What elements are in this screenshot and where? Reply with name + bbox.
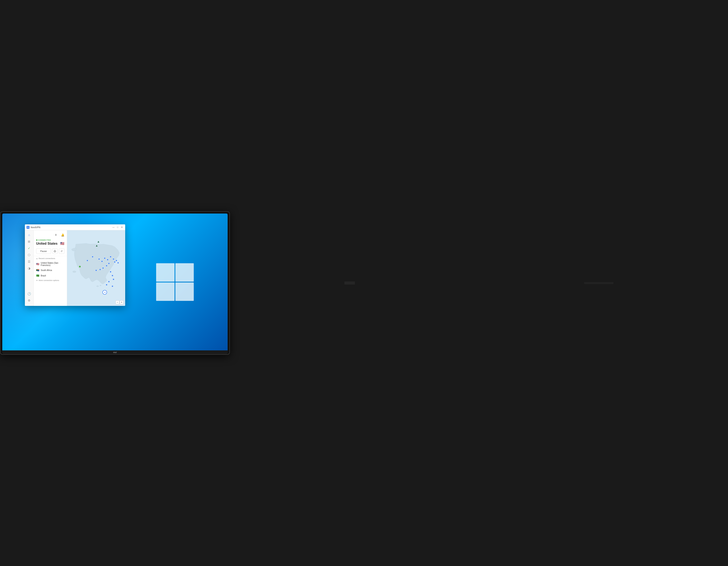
sidebar-settings-icon[interactable]: ⚙ xyxy=(26,297,32,303)
win-quad-tr xyxy=(175,263,194,282)
title-bar: N NordVPN — □ ✕ xyxy=(25,225,125,230)
map-dot-20 xyxy=(108,281,110,283)
map-dot-2 xyxy=(92,256,93,258)
map-dot-15 xyxy=(99,269,101,271)
svg-point-2 xyxy=(96,285,99,287)
br-label: Brazil xyxy=(41,275,46,277)
connected-dot-map xyxy=(79,266,81,268)
pause-section: Pause ⏻ ↺ xyxy=(34,247,67,256)
country-name: United States 🇺🇸 xyxy=(36,242,64,246)
main-panel: ⬆ 🔔 CONNECTED United States 🇺🇸 xyxy=(34,230,67,306)
sidebar-clock-icon[interactable]: 🕐 xyxy=(26,291,32,297)
map-dot-10 xyxy=(116,260,117,262)
svg-point-3 xyxy=(100,285,101,286)
recent-item-br[interactable]: 🇧🇷 Brazil xyxy=(34,273,67,278)
sidebar-meshnet-icon[interactable]: ⬡ xyxy=(26,252,32,258)
map-dot-7 xyxy=(110,256,111,258)
more-chevron-icon: ▼ xyxy=(36,280,38,282)
sidebar-bottom: 🕐 ⚙ xyxy=(26,291,32,304)
recent-connections-title: ▲ Recent connections xyxy=(34,258,67,261)
connected-label: CONNECTED xyxy=(36,239,64,241)
monitor-screen: N NordVPN — □ ✕ ⌂ ⊞ ✓ ⬡ ☰ ◑ xyxy=(2,214,228,350)
map-svg xyxy=(67,230,125,306)
win-quad-bl xyxy=(156,283,175,301)
recent-item-us[interactable]: 🇺🇸 United States (San Francisco) xyxy=(34,261,67,268)
sidebar: ⌂ ⊞ ✓ ⬡ ☰ ◑ 🕐 ⚙ xyxy=(25,230,34,306)
map-area: ▲ ▲ xyxy=(67,230,125,306)
monitor-brand: msi xyxy=(113,351,117,353)
notification-icon[interactable]: 🔔 xyxy=(60,232,65,237)
stand-neck xyxy=(344,282,355,284)
maximize-button[interactable]: □ xyxy=(116,226,119,229)
map-dot-1 xyxy=(87,260,88,262)
br-flag: 🇧🇷 xyxy=(36,274,40,277)
map-dot-3 xyxy=(98,258,100,260)
svg-point-1 xyxy=(73,271,76,273)
win-quad-br xyxy=(175,283,194,301)
map-dot-21 xyxy=(106,284,107,285)
zoom-in-button[interactable]: + xyxy=(120,300,124,304)
sidebar-split-icon[interactable]: ◑ xyxy=(26,266,32,271)
connected-dot xyxy=(36,240,37,241)
stand-base xyxy=(584,282,613,284)
upload-icon[interactable]: ⬆ xyxy=(54,232,59,237)
zoom-out-button[interactable]: − xyxy=(116,300,119,304)
window-controls: — □ ✕ xyxy=(112,226,124,229)
cluster-badge: 4 xyxy=(102,290,107,294)
monitor-outer: N NordVPN — □ ✕ ⌂ ⊞ ✓ ⬡ ☰ ◑ xyxy=(0,211,230,355)
zoom-controls: − + xyxy=(116,300,124,304)
map-dot-9 xyxy=(114,261,116,263)
map-dot-18 xyxy=(112,275,113,277)
us-label: United States (San Francisco) xyxy=(41,262,64,267)
app-title: NordVPN xyxy=(31,226,40,229)
map-dot-6 xyxy=(107,259,108,261)
sidebar-servers-icon[interactable]: ⊞ xyxy=(26,239,32,245)
sidebar-files-icon[interactable]: ☰ xyxy=(26,259,32,265)
more-options[interactable]: ▼ More connection options xyxy=(34,278,67,283)
map-dot-5 xyxy=(104,258,106,259)
refresh-button[interactable]: ↺ xyxy=(59,249,64,254)
title-bar-left: N NordVPN xyxy=(27,226,40,229)
map-dot-14 xyxy=(102,267,104,269)
za-flag: 🇿🇦 xyxy=(36,269,40,272)
chevron-icon: ▲ xyxy=(36,258,38,260)
map-dot-13 xyxy=(106,265,107,267)
za-label: South Africa xyxy=(41,269,52,272)
sidebar-shield-icon[interactable]: ✓ xyxy=(26,245,32,251)
map-dot-12 xyxy=(108,263,110,264)
monitor-bottom: msi xyxy=(2,350,228,354)
app-window: N NordVPN — □ ✕ ⌂ ⊞ ✓ ⬡ ☰ ◑ xyxy=(25,225,125,306)
us-flag: 🇺🇸 xyxy=(36,263,40,266)
app-icon: N xyxy=(27,226,29,229)
map-dot-8 xyxy=(113,258,114,260)
app-body: ⌂ ⊞ ✓ ⬡ ☰ ◑ 🕐 ⚙ ⬆ 🔔 xyxy=(25,230,125,306)
panel-top-actions: ⬆ 🔔 xyxy=(34,232,67,239)
pause-button[interactable]: Pause xyxy=(36,249,51,254)
map-dot-22 xyxy=(112,285,113,287)
win-quad-tl xyxy=(156,263,175,282)
map-dot-19 xyxy=(113,279,114,280)
minimize-button[interactable]: — xyxy=(112,226,115,229)
country-flag: 🇺🇸 xyxy=(60,242,64,246)
windows-logo xyxy=(156,263,194,301)
tree-icon-2: ▲ xyxy=(97,240,100,243)
connection-status: CONNECTED United States 🇺🇸 xyxy=(34,239,67,247)
power-button[interactable]: ⏻ xyxy=(52,249,58,254)
recent-item-za[interactable]: 🇿🇦 South Africa xyxy=(34,268,67,273)
divider xyxy=(34,256,67,256)
close-button[interactable]: ✕ xyxy=(120,226,124,229)
map-dot-17 xyxy=(110,271,111,273)
map-dot-4 xyxy=(101,261,103,262)
map-dot-11 xyxy=(117,262,119,264)
sidebar-home-icon[interactable]: ⌂ xyxy=(26,232,32,238)
map-dot-16 xyxy=(95,270,97,271)
tree-icon-1: ▲ xyxy=(95,244,98,247)
